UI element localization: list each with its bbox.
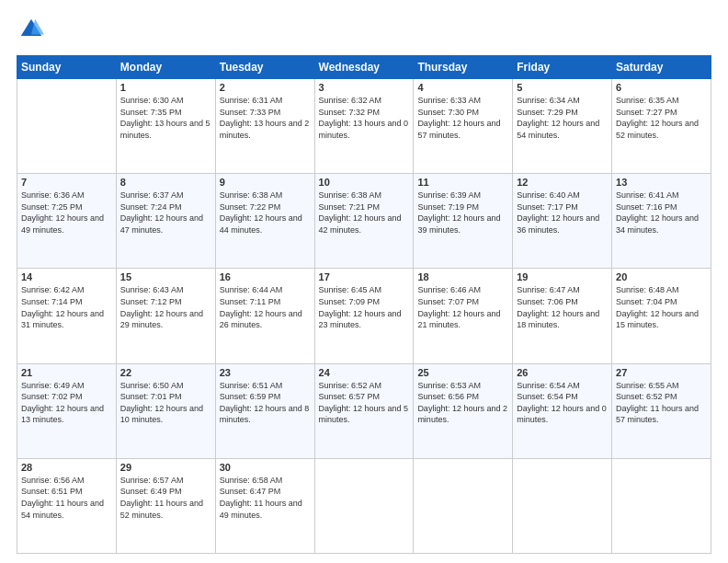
day-number: 6 (616, 82, 707, 93)
day-number: 29 (120, 462, 211, 473)
day-info: Sunrise: 6:47 AMSunset: 7:06 PMDaylight:… (517, 284, 608, 330)
day-number: 10 (319, 177, 410, 188)
day-number: 11 (417, 177, 508, 188)
day-info: Sunrise: 6:53 AMSunset: 6:56 PMDaylight:… (417, 380, 508, 426)
day-number: 19 (517, 271, 608, 282)
calendar-cell: 25Sunrise: 6:53 AMSunset: 6:56 PMDayligh… (414, 363, 513, 458)
calendar-week-row: 14Sunrise: 6:42 AMSunset: 7:14 PMDayligh… (17, 269, 711, 363)
day-number: 9 (220, 177, 311, 188)
header (17, 17, 711, 46)
weekday-header-monday: Monday (116, 56, 215, 79)
day-number: 17 (319, 271, 410, 282)
day-info: Sunrise: 6:33 AMSunset: 7:30 PMDaylight:… (417, 95, 508, 141)
calendar-cell: 23Sunrise: 6:51 AMSunset: 6:59 PMDayligh… (215, 363, 314, 458)
weekday-header-friday: Friday (513, 56, 612, 79)
calendar-cell: 30Sunrise: 6:58 AMSunset: 6:47 PMDayligh… (215, 458, 314, 553)
day-info: Sunrise: 6:39 AMSunset: 7:19 PMDaylight:… (417, 190, 508, 236)
logo (17, 17, 44, 46)
day-number: 8 (120, 177, 211, 188)
calendar-header-row: SundayMondayTuesdayWednesdayThursdayFrid… (17, 56, 711, 79)
calendar-cell: 28Sunrise: 6:56 AMSunset: 6:51 PMDayligh… (17, 458, 117, 553)
day-number: 27 (616, 367, 707, 378)
calendar-cell: 1Sunrise: 6:30 AMSunset: 7:35 PMDaylight… (116, 79, 215, 174)
day-number: 14 (21, 271, 112, 282)
day-number: 1 (120, 82, 211, 93)
calendar-cell: 17Sunrise: 6:45 AMSunset: 7:09 PMDayligh… (314, 269, 414, 363)
day-info: Sunrise: 6:58 AMSunset: 6:47 PMDaylight:… (220, 475, 311, 521)
calendar-cell: 19Sunrise: 6:47 AMSunset: 7:06 PMDayligh… (513, 269, 612, 363)
calendar-cell: 11Sunrise: 6:39 AMSunset: 7:19 PMDayligh… (414, 174, 513, 269)
day-info: Sunrise: 6:30 AMSunset: 7:35 PMDaylight:… (120, 95, 211, 141)
calendar-cell: 21Sunrise: 6:49 AMSunset: 7:02 PMDayligh… (17, 363, 117, 458)
calendar-cell: 14Sunrise: 6:42 AMSunset: 7:14 PMDayligh… (17, 269, 117, 363)
calendar-cell: 18Sunrise: 6:46 AMSunset: 7:07 PMDayligh… (414, 269, 513, 363)
calendar-cell: 13Sunrise: 6:41 AMSunset: 7:16 PMDayligh… (612, 174, 711, 269)
day-info: Sunrise: 6:46 AMSunset: 7:07 PMDaylight:… (417, 284, 508, 330)
weekday-header-saturday: Saturday (612, 56, 711, 79)
day-number: 13 (616, 177, 707, 188)
calendar-week-row: 1Sunrise: 6:30 AMSunset: 7:35 PMDaylight… (17, 79, 711, 174)
day-info: Sunrise: 6:35 AMSunset: 7:27 PMDaylight:… (616, 95, 707, 141)
calendar-cell: 10Sunrise: 6:38 AMSunset: 7:21 PMDayligh… (314, 174, 414, 269)
day-number: 12 (517, 177, 608, 188)
calendar-cell: 24Sunrise: 6:52 AMSunset: 6:57 PMDayligh… (314, 363, 414, 458)
day-info: Sunrise: 6:51 AMSunset: 6:59 PMDaylight:… (220, 380, 311, 426)
calendar-cell: 8Sunrise: 6:37 AMSunset: 7:24 PMDaylight… (116, 174, 215, 269)
calendar-week-row: 28Sunrise: 6:56 AMSunset: 6:51 PMDayligh… (17, 458, 711, 553)
weekday-header-wednesday: Wednesday (314, 56, 414, 79)
day-info: Sunrise: 6:48 AMSunset: 7:04 PMDaylight:… (616, 284, 707, 330)
day-info: Sunrise: 6:37 AMSunset: 7:24 PMDaylight:… (120, 190, 211, 236)
calendar-cell (314, 458, 414, 553)
day-info: Sunrise: 6:50 AMSunset: 7:01 PMDaylight:… (120, 380, 211, 426)
day-info: Sunrise: 6:57 AMSunset: 6:49 PMDaylight:… (120, 475, 211, 521)
calendar-cell: 22Sunrise: 6:50 AMSunset: 7:01 PMDayligh… (116, 363, 215, 458)
day-number: 28 (21, 462, 112, 473)
calendar-cell: 20Sunrise: 6:48 AMSunset: 7:04 PMDayligh… (612, 269, 711, 363)
day-number: 23 (220, 367, 311, 378)
calendar-cell: 12Sunrise: 6:40 AMSunset: 7:17 PMDayligh… (513, 174, 612, 269)
day-info: Sunrise: 6:43 AMSunset: 7:12 PMDaylight:… (120, 284, 211, 330)
calendar-cell: 27Sunrise: 6:55 AMSunset: 6:52 PMDayligh… (612, 363, 711, 458)
calendar-cell: 6Sunrise: 6:35 AMSunset: 7:27 PMDaylight… (612, 79, 711, 174)
day-number: 22 (120, 367, 211, 378)
calendar-cell (17, 79, 117, 174)
day-info: Sunrise: 6:55 AMSunset: 6:52 PMDaylight:… (616, 380, 707, 426)
calendar-cell (513, 458, 612, 553)
day-number: 25 (417, 367, 508, 378)
day-info: Sunrise: 6:31 AMSunset: 7:33 PMDaylight:… (220, 95, 311, 141)
day-number: 26 (517, 367, 608, 378)
weekday-header-thursday: Thursday (414, 56, 513, 79)
calendar-cell: 3Sunrise: 6:32 AMSunset: 7:32 PMDaylight… (314, 79, 414, 174)
calendar-cell: 29Sunrise: 6:57 AMSunset: 6:49 PMDayligh… (116, 458, 215, 553)
day-number: 5 (517, 82, 608, 93)
day-number: 30 (220, 462, 311, 473)
calendar-cell: 5Sunrise: 6:34 AMSunset: 7:29 PMDaylight… (513, 79, 612, 174)
calendar-cell: 15Sunrise: 6:43 AMSunset: 7:12 PMDayligh… (116, 269, 215, 363)
page: SundayMondayTuesdayWednesdayThursdayFrid… (0, 0, 728, 563)
day-info: Sunrise: 6:36 AMSunset: 7:25 PMDaylight:… (21, 190, 112, 236)
calendar-cell: 2Sunrise: 6:31 AMSunset: 7:33 PMDaylight… (215, 79, 314, 174)
calendar-week-row: 7Sunrise: 6:36 AMSunset: 7:25 PMDaylight… (17, 174, 711, 269)
day-number: 2 (220, 82, 311, 93)
logo-icon (18, 17, 44, 42)
calendar-cell: 4Sunrise: 6:33 AMSunset: 7:30 PMDaylight… (414, 79, 513, 174)
day-number: 16 (220, 271, 311, 282)
calendar-cell: 7Sunrise: 6:36 AMSunset: 7:25 PMDaylight… (17, 174, 117, 269)
weekday-header-tuesday: Tuesday (215, 56, 314, 79)
day-info: Sunrise: 6:41 AMSunset: 7:16 PMDaylight:… (616, 190, 707, 236)
calendar-table: SundayMondayTuesdayWednesdayThursdayFrid… (17, 55, 711, 554)
day-number: 3 (319, 82, 410, 93)
day-info: Sunrise: 6:52 AMSunset: 6:57 PMDaylight:… (319, 380, 410, 426)
day-info: Sunrise: 6:38 AMSunset: 7:22 PMDaylight:… (220, 190, 311, 236)
calendar-cell (612, 458, 711, 553)
calendar-cell (414, 458, 513, 553)
day-info: Sunrise: 6:32 AMSunset: 7:32 PMDaylight:… (319, 95, 410, 141)
day-number: 4 (417, 82, 508, 93)
day-info: Sunrise: 6:44 AMSunset: 7:11 PMDaylight:… (220, 284, 311, 330)
day-info: Sunrise: 6:54 AMSunset: 6:54 PMDaylight:… (517, 380, 608, 426)
day-info: Sunrise: 6:34 AMSunset: 7:29 PMDaylight:… (517, 95, 608, 141)
day-number: 24 (319, 367, 410, 378)
day-number: 15 (120, 271, 211, 282)
day-info: Sunrise: 6:38 AMSunset: 7:21 PMDaylight:… (319, 190, 410, 236)
day-number: 7 (21, 177, 112, 188)
